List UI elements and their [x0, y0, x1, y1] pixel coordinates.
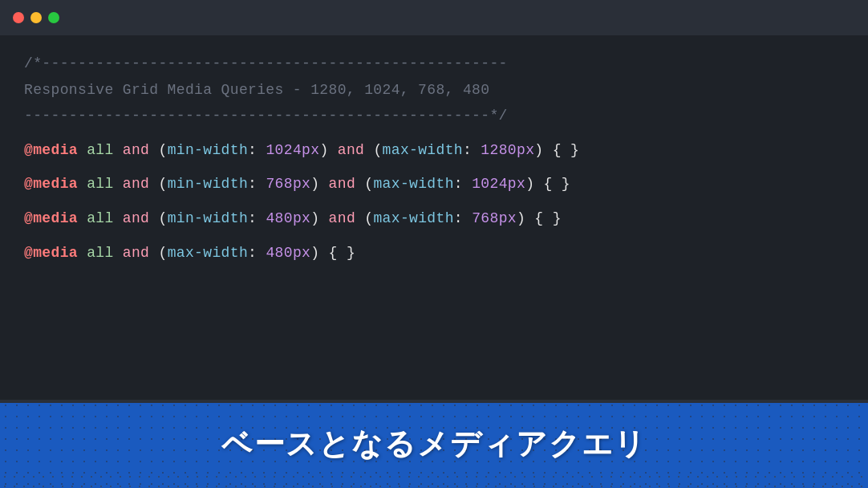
comment-line-1: /*--------------------------------------… [24, 51, 844, 76]
comment-line-2: Responsive Grid Media Queries - 1280, 10… [24, 78, 844, 103]
media-query-line-4: @media all and ( max-width : 480px ) { } [24, 241, 844, 266]
bottom-banner: ベースとなるメディアクエリ [0, 400, 868, 488]
banner-text: ベースとなるメディアクエリ [221, 424, 647, 465]
comment-line-3: ----------------------------------------… [24, 104, 844, 128]
traffic-lights [13, 12, 59, 23]
media-query-line-3: @media all and ( min-width : 480px ) and… [24, 206, 844, 231]
code-area: /*--------------------------------------… [0, 35, 868, 400]
minimize-button[interactable] [30, 12, 42, 23]
media-query-line-2: @media all and ( min-width : 768px ) and… [24, 172, 844, 197]
maximize-button[interactable] [48, 12, 59, 23]
media-query-line-1: @media all and ( min-width : 1024px ) an… [24, 138, 844, 163]
code-block: /*--------------------------------------… [24, 51, 844, 266]
title-bar [0, 0, 868, 35]
close-button[interactable] [13, 12, 24, 23]
window: /*--------------------------------------… [0, 0, 868, 488]
